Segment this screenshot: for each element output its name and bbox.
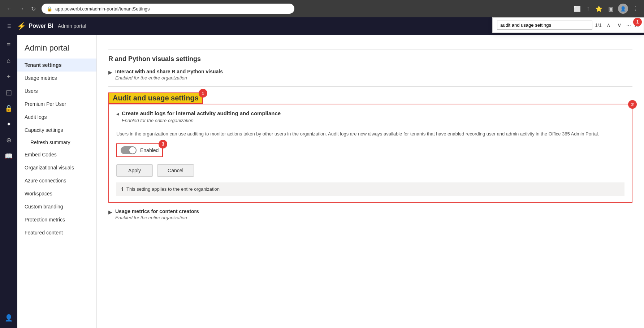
sidebar-item-tenant-settings[interactable]: Tenant settings [17, 59, 96, 72]
back-button[interactable]: ← [4, 4, 14, 13]
sidebar-item-custom-branding[interactable]: Custom branding [17, 200, 96, 213]
enabled-toggle[interactable] [121, 146, 137, 154]
info-box: ℹ This setting applies to the entire org… [116, 182, 624, 196]
r-python-heading: R and Python visuals settings [108, 55, 632, 63]
middle-divider [108, 86, 632, 87]
sidebar-toggle-button[interactable]: ▣ [607, 4, 615, 14]
forward-button[interactable]: → [17, 4, 27, 13]
sidebar-item-premium-per-user[interactable]: Premium Per User [17, 98, 96, 111]
nav-browse-button[interactable]: ◱ [1, 85, 16, 100]
top-divider [108, 49, 632, 49]
url-text: app.powerbi.com/admin-portal/tenantSetti… [55, 6, 150, 12]
app-logo: ⚡ Power BI [17, 22, 53, 30]
nav-apps-button[interactable]: ✦ [1, 117, 16, 131]
icon-nav: ≡ ⌂ + ◱ 🔒 ✦ ⊕ 📖 👤 [0, 35, 17, 328]
audit-item-text: Create audit logs for internal activity … [122, 110, 281, 128]
r-python-expand-arrow[interactable]: ▶ [108, 69, 112, 75]
nav-home-button[interactable]: ⌂ [1, 53, 16, 68]
browser-user-avatar[interactable]: 👤 [618, 4, 628, 14]
main-content: R and Python visuals settings ▶ Interact… [97, 35, 644, 328]
sidebar-item-capacity-settings[interactable]: Capacity settings [17, 124, 96, 137]
sidebar-item-organizational-visuals[interactable]: Organizational visuals [17, 161, 96, 174]
audit-item-content: ◂ Create audit logs for internal activit… [109, 104, 632, 202]
audit-header-wrapper: Audit and usage settings 1 [108, 92, 203, 104]
apply-button[interactable]: Apply [116, 164, 153, 177]
toggle-wrapper: Enabled 3 [116, 143, 163, 157]
nav-metrics-button[interactable]: ⊕ [1, 133, 16, 147]
toggle-knob [129, 147, 136, 154]
find-options-button[interactable]: ··· [626, 22, 631, 29]
powerbi-logo-icon: ⚡ [17, 22, 26, 30]
audit-item-subtitle: Enabled for the entire organization [122, 118, 281, 123]
r-python-item-title: Interact with and share R and Python vis… [115, 69, 223, 74]
sidebar: Admin portal Tenant settings Usage metri… [17, 35, 97, 328]
audit-section-label: Audit and usage settings [113, 94, 199, 102]
cancel-button[interactable]: Cancel [157, 164, 194, 177]
step-3-badge: 3 [159, 140, 167, 148]
step-2-badge: 2 [628, 100, 637, 109]
find-prev-button[interactable]: ∧ [605, 21, 613, 29]
audit-item-expand-arrow[interactable]: ◂ [116, 111, 119, 117]
sidebar-item-usage-metrics[interactable]: Usage metrics [17, 72, 96, 85]
sidebar-item-azure-connections[interactable]: Azure connections [17, 174, 96, 187]
sidebar-item-protection-metrics[interactable]: Protection metrics [17, 213, 96, 226]
usage-metrics-subtitle: Enabled for the entire organization [115, 215, 199, 220]
find-input[interactable] [497, 21, 592, 30]
r-python-content: Interact with and share R and Python vis… [115, 69, 223, 81]
app-title: Admin portal [58, 23, 86, 29]
app-body: ≡ ⌂ + ◱ 🔒 ✦ ⊕ 📖 👤 Admin portal Tenant se… [0, 35, 644, 328]
audit-item-title: Create audit logs for internal activity … [122, 110, 281, 116]
sidebar-item-refresh-summary[interactable]: Refresh summary [17, 137, 96, 148]
nav-security-button[interactable]: 🔒 [1, 101, 16, 116]
usage-metrics-expand-row: ▶ Usage metrics for content creators Ena… [108, 208, 632, 220]
nav-menu-button[interactable]: ≡ [1, 38, 16, 52]
share-button[interactable]: ↑ [585, 4, 591, 13]
audit-outer-wrapper: 2 ◂ Create audit logs for internal activ… [108, 104, 632, 203]
usage-metrics-content: Usage metrics for content creators Enabl… [115, 208, 199, 220]
find-bar: 1/1 ∧ ∨ ··· 1 ✕ [492, 17, 644, 33]
find-badge: 1 [633, 18, 642, 26]
usage-metrics-title: Usage metrics for content creators [115, 208, 199, 214]
nav-user-button[interactable]: 👤 [1, 311, 16, 325]
lock-icon: 🔒 [47, 6, 52, 12]
btn-row: Apply Cancel [116, 164, 624, 177]
refresh-button[interactable]: ↻ [29, 4, 38, 14]
sidebar-title: Admin portal [17, 40, 96, 59]
audit-section-title: Audit and usage settings 1 [108, 92, 203, 104]
sidebar-item-featured-content[interactable]: Featured content [17, 226, 96, 239]
find-next-button[interactable]: ∨ [615, 21, 623, 29]
sidebar-item-audit-logs[interactable]: Audit logs [17, 111, 96, 124]
browser-actions: ⬜ ↑ ⭐ ▣ 👤 ⋮ [572, 4, 640, 14]
address-bar[interactable]: 🔒 app.powerbi.com/admin-portal/tenantSet… [42, 4, 294, 14]
find-dots-wrapper: ··· 1 [626, 22, 631, 29]
sidebar-item-workspaces[interactable]: Workspaces [17, 187, 96, 200]
r-python-expand-row: ▶ Interact with and share R and Python v… [108, 69, 632, 81]
favorites-button[interactable]: ⭐ [594, 4, 604, 14]
toggle-label: Enabled [140, 147, 159, 153]
screenshot-button[interactable]: ⬜ [572, 4, 582, 14]
nav-create-button[interactable]: + [1, 69, 16, 84]
browser-bar: ← → ↻ 🔒 app.powerbi.com/admin-portal/ten… [0, 0, 644, 17]
find-count: 1/1 [595, 22, 602, 28]
audit-item-expand-row: ◂ Create audit logs for internal activit… [116, 110, 624, 128]
nav-learn-button[interactable]: 📖 [1, 149, 16, 163]
hamburger-button[interactable]: ≡ [6, 21, 13, 31]
sidebar-item-users[interactable]: Users [17, 85, 96, 98]
sidebar-item-embed-codes[interactable]: Embed Codes [17, 148, 96, 161]
info-text: This setting applies to the entire organ… [126, 186, 220, 192]
audit-item-description: Users in the organization can use auditi… [116, 130, 624, 138]
r-python-item-subtitle: Enabled for the entire organization [115, 75, 223, 81]
step-1-badge: 1 [199, 89, 207, 98]
usage-metrics-expand-arrow[interactable]: ▶ [108, 209, 112, 215]
app-logo-text: Power BI [29, 23, 53, 29]
info-icon: ℹ [121, 186, 124, 193]
browser-nav-buttons: ← → ↻ [4, 4, 38, 14]
browser-more-button[interactable]: ⋮ [631, 4, 640, 14]
